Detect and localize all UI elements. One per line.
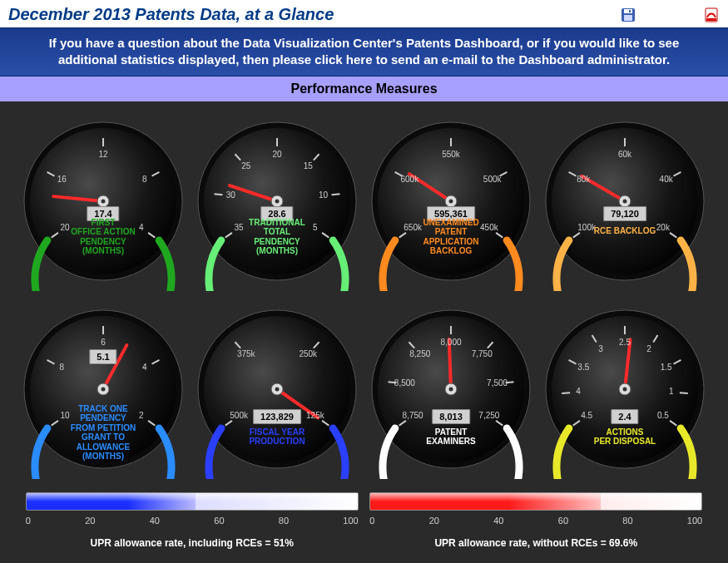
gauge-tick-label: 4.5 xyxy=(572,411,602,420)
svg-point-37 xyxy=(449,199,453,203)
gauge-tick-label: 10 xyxy=(309,190,339,200)
gauge-tick-label: 40k xyxy=(651,175,681,184)
bar-track xyxy=(369,492,702,511)
gauge-tick-label: 0.5 xyxy=(648,411,678,420)
pdf-icon[interactable] xyxy=(703,7,720,23)
gauge-tick-label: 6 xyxy=(88,338,118,347)
bar-scale-tick: 20 xyxy=(85,516,95,526)
gauge-tick-label: 20 xyxy=(262,150,292,159)
gauge-tick-label: 80k xyxy=(568,175,598,184)
bar-scale-tick: 40 xyxy=(493,516,503,526)
bar-scale-tick: 60 xyxy=(558,516,568,526)
gauge-actions_disp: 0.511.522.533.544.52.4ACTIONSPER DISPOSA… xyxy=(542,304,708,479)
svg-point-15 xyxy=(102,199,106,203)
gauge-title: RCE BACKLOG xyxy=(542,226,708,236)
svg-point-92 xyxy=(623,387,627,391)
bar-scale-tick: 60 xyxy=(214,516,224,526)
gauge-tick-label: 30 xyxy=(215,190,245,200)
bar-scale-tick: 80 xyxy=(279,516,289,526)
gauge-tick-label: 4 xyxy=(563,387,593,396)
gauge-face xyxy=(368,304,534,479)
gauge-tick-label: 60k xyxy=(610,150,640,159)
gauge-value: 2.4 xyxy=(611,409,638,424)
gauge-tick-label: 3 xyxy=(586,344,616,353)
gauge-title: FISCAL YEARPRODUCTION xyxy=(194,427,360,447)
gauge-value: 123,829 xyxy=(253,409,301,424)
gauge-title: PATENTEXAMINERS xyxy=(368,427,534,447)
gauge-tick-label: 16 xyxy=(47,175,77,184)
gauge-tick-label: 7,750 xyxy=(467,349,497,358)
bar-label: UPR allowance rate, including RCEs = 51% xyxy=(26,537,359,549)
gauge-tick-label: 8 xyxy=(47,363,77,372)
svg-rect-5 xyxy=(706,18,716,21)
gauge-examiners: 7,2507,5007,7508,0008,2508,5008,7508,013… xyxy=(368,304,534,479)
gauge-tick-label: 1 xyxy=(656,387,686,396)
gauge-tick-label: 8,000 xyxy=(436,338,466,347)
gauge-tick-label: 125k xyxy=(300,411,330,420)
gauge-fy_prod: 125k250k375k500k123,829FISCAL YEARPRODUC… xyxy=(194,304,360,479)
gauge-face xyxy=(20,116,186,291)
gauge-tick-label: 8,250 xyxy=(405,349,435,358)
gauge-value: 8,013 xyxy=(432,409,470,424)
gauge-tick-label: 8,500 xyxy=(389,378,419,388)
bar-upr_incl: 020406080100UPR allowance rate, includin… xyxy=(26,492,359,549)
gauge-title: FIRSTOFFICE ACTIONPENDENCY(MONTHS) xyxy=(20,218,186,256)
svg-point-66 xyxy=(275,387,280,391)
bar-label: UPR allowance rate, without RCEs = 69.6% xyxy=(369,537,702,549)
title-bar: December 2013 Patents Data, at a Glance xyxy=(0,0,728,27)
page-title: December 2013 Patents Data, at a Glance xyxy=(8,5,553,24)
gauge-tick-label: 3.5 xyxy=(568,363,598,372)
dashboard: 4812162017.4FIRSTOFFICE ACTIONPENDENCY(M… xyxy=(0,101,728,564)
gauge-tick-label: 250k xyxy=(293,349,323,358)
gauge-face xyxy=(368,116,534,291)
info-banner[interactable]: If you have a question about the Data Vi… xyxy=(0,27,728,77)
gauge-title: TRACK ONEPENDENCYFROM PETITIONGRANT TOAL… xyxy=(20,404,186,462)
svg-point-78 xyxy=(449,387,453,391)
gauge-tick-label: 8,750 xyxy=(398,411,428,420)
bar-scale: 020406080100 xyxy=(26,516,359,526)
gauge-tick-label: 25 xyxy=(231,161,261,170)
svg-rect-1 xyxy=(624,9,632,13)
gauge-tick-label: 500k xyxy=(478,175,508,184)
bar-scale-tick: 0 xyxy=(369,516,374,526)
bar-scale-tick: 100 xyxy=(687,516,702,526)
gauge-tick-label: 600k xyxy=(394,175,424,184)
gauge-face xyxy=(194,304,360,479)
gauge-title: TRADITIONALTOTALPENDENCY(MONTHS) xyxy=(194,218,360,256)
gauge-tick-label: 1.5 xyxy=(651,363,681,372)
svg-point-27 xyxy=(275,199,280,203)
gauge-first_action: 4812162017.4FIRSTOFFICE ACTIONPENDENCY(M… xyxy=(20,116,186,291)
save-icon[interactable] xyxy=(620,7,636,23)
section-title: Performance Measures xyxy=(0,77,728,101)
gauge-tick-label: 375k xyxy=(231,349,261,358)
svg-point-57 xyxy=(102,387,106,391)
bar-scale-tick: 0 xyxy=(26,516,31,526)
gauge-rce_backlog: 20k40k60k80k100k79,120RCE BACKLOG xyxy=(542,116,708,291)
gauge-title: UNEXAMINEDPATENTAPPLICATIONBACKLOG xyxy=(368,218,534,256)
gauge-tick-label: 500k xyxy=(224,411,254,420)
gauge-tick-label: 4 xyxy=(130,363,160,372)
gauge-value: 79,120 xyxy=(603,206,646,221)
bar-upr_excl: 020406080100UPR allowance rate, without … xyxy=(369,492,702,549)
gauge-trad_total: 510152025303528.6TRADITIONALTOTALPENDENC… xyxy=(194,116,360,291)
gauge-unexamined: 450k500k550k600k650k595,361UNEXAMINEDPAT… xyxy=(368,116,534,291)
gauge-title: ACTIONSPER DISPOSAL xyxy=(542,427,708,447)
gauge-tick-label: 15 xyxy=(293,161,323,170)
gauge-tick-label: 7,500 xyxy=(483,378,513,388)
bar-scale: 020406080100 xyxy=(369,516,702,526)
svg-rect-3 xyxy=(629,10,631,12)
bar-scale-tick: 40 xyxy=(150,516,160,526)
svg-line-76 xyxy=(449,339,451,389)
gauge-tick-label: 550k xyxy=(436,150,466,159)
bar-scale-tick: 80 xyxy=(622,516,632,526)
gauge-face xyxy=(542,116,708,291)
gauge-face xyxy=(194,116,360,291)
gauge-track_one: 2468105.1TRACK ONEPENDENCYFROM PETITIONG… xyxy=(20,304,186,479)
bar-scale-tick: 100 xyxy=(343,516,358,526)
gauge-tick-label: 12 xyxy=(88,150,118,159)
svg-rect-2 xyxy=(624,15,632,21)
bar-track xyxy=(26,492,359,511)
gauge-tick-label: 7,250 xyxy=(474,411,504,420)
bar-scale-tick: 20 xyxy=(429,516,439,526)
gauge-tick-label: 8 xyxy=(130,175,160,184)
